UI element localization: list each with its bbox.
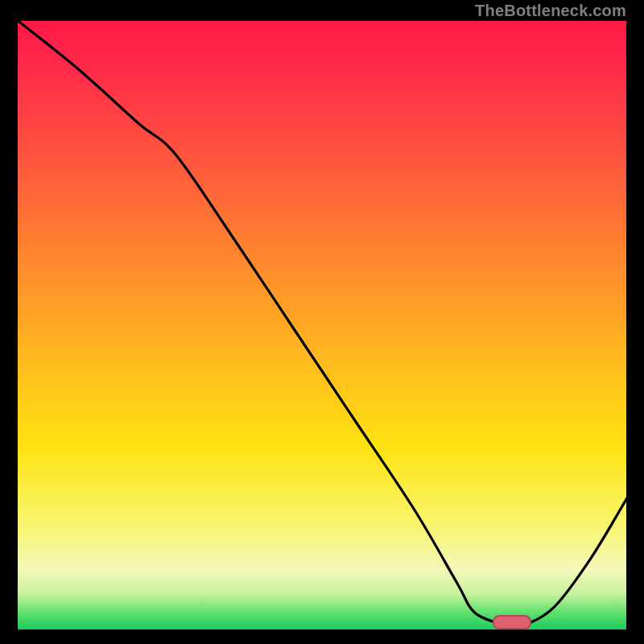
optimal-point-marker: [493, 615, 531, 630]
chart-frame: [16, 19, 628, 631]
attribution-text: TheBottleneck.com: [475, 2, 626, 20]
bottleneck-curve-svg: [16, 19, 628, 631]
bottleneck-curve-path: [16, 19, 628, 627]
